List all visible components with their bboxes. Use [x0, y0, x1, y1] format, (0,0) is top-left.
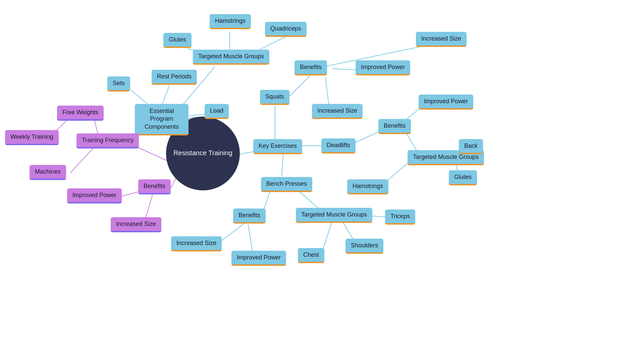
svg-line-33 [322, 221, 332, 252]
targeted-muscle-groups-top[interactable]: Targeted Muscle Groups [193, 50, 269, 65]
key-exercises[interactable]: Key Exercises [253, 139, 302, 154]
shoulders[interactable]: Shoulders [345, 239, 383, 254]
improved-power-squats[interactable]: Improved Power [356, 60, 410, 75]
increased-size-left[interactable]: Increased Size [111, 217, 161, 232]
free-weights[interactable]: Free Weights [57, 106, 104, 121]
training-frequency[interactable]: Training Frequency [76, 133, 139, 148]
increased-size-top[interactable]: Increased Size [416, 32, 467, 47]
weekly-training[interactable]: Weekly Training [5, 130, 59, 145]
benefits-squats[interactable]: Benefits [294, 60, 327, 75]
svg-line-18 [282, 151, 283, 176]
svg-line-4 [171, 178, 176, 188]
targeted-muscle-bench[interactable]: Targeted Muscle Groups [296, 208, 372, 223]
triceps[interactable]: Triceps [385, 209, 415, 225]
improved-power-bench[interactable]: Improved Power [231, 251, 286, 266]
glutes-deadlifts[interactable]: Glutes [449, 170, 477, 185]
benefits-deadlifts[interactable]: Benefits [378, 119, 411, 134]
benefits-left[interactable]: Benefits [138, 179, 171, 194]
hamstrings-deadlifts[interactable]: Hamstrings [347, 179, 388, 194]
increased-size-squats[interactable]: Increased Size [312, 104, 363, 119]
svg-line-2 [70, 147, 94, 173]
load[interactable]: Load [205, 104, 229, 119]
squats[interactable]: Squats [260, 90, 289, 105]
svg-line-20 [325, 77, 329, 104]
back[interactable]: Back [459, 139, 483, 154]
svg-line-0 [134, 146, 168, 161]
svg-line-31 [248, 225, 252, 251]
hamstrings-top[interactable]: Hamstrings [210, 14, 251, 29]
increased-size-bench[interactable]: Increased Size [171, 236, 222, 251]
machines[interactable]: Machines [30, 165, 66, 180]
bench-presses[interactable]: Bench Presses [261, 177, 312, 192]
sets[interactable]: Sets [107, 76, 130, 92]
chest[interactable]: Chest [298, 248, 324, 263]
improved-power-left[interactable]: Improved Power [67, 188, 122, 203]
quadriceps[interactable]: Quadriceps [265, 22, 307, 37]
benefits-bench[interactable]: Benefits [233, 208, 266, 224]
svg-line-19 [288, 74, 312, 97]
improved-power-deadlifts[interactable]: Improved Power [419, 95, 473, 110]
rest-periods[interactable]: Rest Periods [152, 70, 197, 85]
essential-program[interactable]: Essential Program Components [135, 104, 189, 135]
glutes-top[interactable]: Glutes [163, 33, 192, 48]
deadlifts[interactable]: Deadlifts [321, 138, 356, 154]
